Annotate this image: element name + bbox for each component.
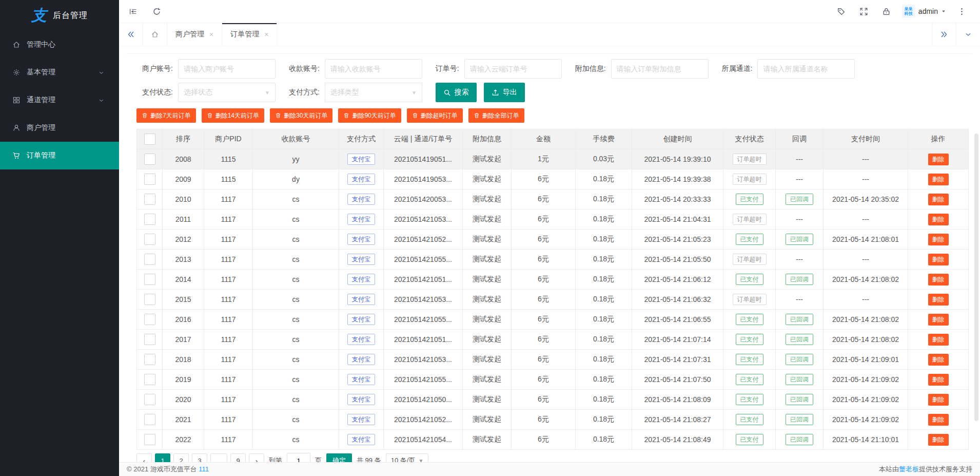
- tabs-collapse-left-icon[interactable]: [119, 23, 143, 46]
- row-checkbox[interactable]: [144, 234, 155, 245]
- orders-table-wrap: 排序商户PID收款账号支付方式云端 | 通道/订单号附加信息金额手续费创建时间支…: [136, 129, 970, 450]
- merchant-account-input[interactable]: [178, 59, 276, 79]
- close-icon[interactable]: ×: [264, 30, 268, 39]
- page-button-…[interactable]: …: [210, 453, 227, 462]
- more-menu-icon[interactable]: [952, 0, 971, 23]
- pay-status-select[interactable]: 选择状态 ▼: [178, 83, 276, 102]
- page-button-2[interactable]: 2: [173, 453, 189, 462]
- user-menu[interactable]: 呆呆 科技 admin: [900, 5, 948, 18]
- row-checkbox[interactable]: [144, 254, 155, 265]
- row-delete-button[interactable]: 删除: [928, 354, 949, 366]
- home-tab-icon[interactable]: [143, 23, 167, 46]
- row-checkbox[interactable]: [144, 194, 155, 205]
- row-checkbox[interactable]: [144, 354, 155, 365]
- row-delete-button[interactable]: 删除: [928, 314, 949, 326]
- search-button[interactable]: 搜索: [436, 83, 477, 102]
- cell-info: 测试发起: [463, 310, 512, 330]
- channel-input[interactable]: [757, 59, 855, 79]
- pay-method-select[interactable]: 选择类型 ▼: [325, 83, 422, 102]
- row-checkbox[interactable]: [144, 154, 155, 165]
- page-next-button[interactable]: ›: [249, 453, 264, 462]
- row-delete-button[interactable]: 删除: [928, 254, 949, 265]
- row-delete-button[interactable]: 删除: [928, 334, 949, 346]
- footer-provider-link[interactable]: 蟹老板: [899, 465, 919, 473]
- cell-sort: 2014: [163, 270, 204, 290]
- close-icon[interactable]: ×: [209, 30, 213, 39]
- cell-info: 测试发起: [463, 169, 512, 189]
- sidebar-item-basic-management[interactable]: 基本管理: [0, 59, 119, 86]
- row-delete-button[interactable]: 删除: [928, 434, 949, 446]
- order-no-input[interactable]: [464, 59, 562, 79]
- sidebar-item-channel-management[interactable]: 通道管理: [0, 86, 119, 114]
- row-checkbox[interactable]: [144, 434, 155, 445]
- row-delete-button[interactable]: 删除: [928, 294, 949, 306]
- row-checkbox[interactable]: [144, 274, 155, 285]
- vertical-scrollbar[interactable]: [974, 134, 978, 421]
- row-delete-button[interactable]: 删除: [928, 234, 949, 245]
- del-7d-button[interactable]: 删除7天前订单: [136, 108, 196, 123]
- tabs-scroll-right-icon[interactable]: [932, 23, 956, 46]
- row-delete-button[interactable]: 删除: [928, 394, 949, 406]
- footer-site-link[interactable]: 111: [199, 465, 209, 473]
- cell-pid: 1117: [204, 310, 253, 330]
- page-prev-button[interactable]: ‹: [136, 453, 152, 462]
- sidebar-item-admin-center[interactable]: 管理中心: [0, 31, 119, 59]
- payee-account-input[interactable]: [325, 59, 422, 79]
- cell-order-no: 2021051421055...: [384, 310, 463, 330]
- tabs-dropdown-icon[interactable]: [956, 23, 980, 46]
- cell-fee: 0.18元: [576, 169, 632, 189]
- select-all-checkbox[interactable]: [144, 134, 155, 145]
- del-all-button[interactable]: 删除全部订单: [468, 108, 524, 123]
- cell-amount: 1元: [512, 149, 576, 169]
- row-checkbox[interactable]: [144, 334, 155, 345]
- refresh-icon[interactable]: [145, 0, 168, 23]
- fullscreen-icon[interactable]: [855, 0, 873, 23]
- row-checkbox[interactable]: [144, 394, 155, 405]
- row-delete-button[interactable]: 删除: [928, 194, 949, 205]
- trash-icon: [207, 112, 213, 119]
- row-checkbox[interactable]: [144, 214, 155, 225]
- lock-icon[interactable]: [877, 0, 896, 23]
- row-delete-button[interactable]: 删除: [928, 414, 949, 426]
- row-delete-button[interactable]: 删除: [928, 154, 949, 165]
- del-30d-button[interactable]: 删除30天前订单: [270, 108, 332, 123]
- tag-icon[interactable]: [832, 0, 851, 23]
- sidebar: 支 后台管理 管理中心 基本管理 通道管理 商户管理 订单管理: [0, 0, 119, 476]
- row-delete-button[interactable]: 删除: [928, 214, 949, 225]
- page-button-3[interactable]: 3: [192, 453, 207, 462]
- page-button-9[interactable]: 9: [230, 453, 246, 462]
- page-size-select[interactable]: 10 条/页▼: [386, 453, 429, 462]
- row-checkbox[interactable]: [144, 294, 155, 305]
- row-checkbox[interactable]: [144, 174, 155, 185]
- row-delete-button[interactable]: 删除: [928, 274, 949, 285]
- pay-status-badge: 已支付: [736, 234, 763, 245]
- page-jump-input[interactable]: [287, 453, 310, 462]
- cell-amount: 6元: [512, 310, 576, 330]
- del-90d-button[interactable]: 删除90天前订单: [338, 108, 401, 123]
- page-confirm-button[interactable]: 确定: [326, 453, 352, 462]
- sidebar-item-order-management[interactable]: 订单管理: [0, 142, 119, 169]
- row-checkbox[interactable]: [144, 374, 155, 385]
- cell-order-no: 2021051420053...: [384, 189, 463, 210]
- row-delete-button[interactable]: 删除: [928, 174, 949, 185]
- sidebar-item-merchant-management[interactable]: 商户管理: [0, 114, 119, 142]
- row-checkbox[interactable]: [144, 414, 155, 425]
- tab-label: 订单管理: [230, 30, 259, 39]
- collapse-sidebar-icon[interactable]: [121, 0, 145, 23]
- page-button-1[interactable]: 1: [155, 453, 170, 462]
- del-14d-button[interactable]: 删除14天前订单: [202, 108, 264, 123]
- column-header: 云端 | 通道/订单号: [384, 129, 463, 149]
- export-button[interactable]: 导出: [484, 83, 525, 102]
- filter-label: 附加信息:: [575, 64, 606, 73]
- del-timeout-button[interactable]: 删除超时订单: [407, 108, 463, 123]
- tab-order[interactable]: 订单管理 ×: [222, 23, 277, 46]
- extra-info-input[interactable]: [611, 59, 709, 79]
- tab-merchant[interactable]: 商户管理 ×: [167, 23, 222, 46]
- cell-info: 测试发起: [463, 330, 512, 350]
- cell-pid: 1117: [204, 290, 253, 310]
- row-delete-button[interactable]: 删除: [928, 374, 949, 386]
- cell-paid-at: 2021-05-14 21:08:02: [824, 270, 908, 290]
- table-row: 2020 1117 cs 支付宝 2021051421050... 测试发起 6…: [137, 390, 969, 410]
- row-checkbox[interactable]: [144, 314, 155, 325]
- open-tabs: 商户管理 × 订单管理 ×: [167, 23, 277, 46]
